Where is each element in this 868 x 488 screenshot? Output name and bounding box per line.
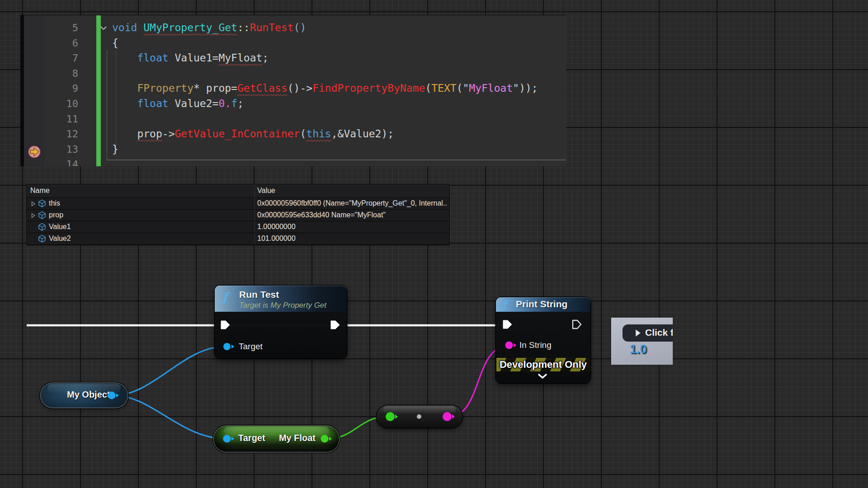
changed-lines-bar (96, 15, 101, 166)
my-object-output-pin[interactable] (108, 391, 120, 399)
line-number: 10 (20, 96, 78, 112)
code-line[interactable] (112, 157, 538, 166)
code-token: )); (519, 82, 538, 94)
code-token: UMyProperty_Get (143, 22, 237, 33)
watch-row[interactable]: this0x000005960fbf0ff0 (Name="MyProperty… (27, 198, 449, 210)
code-token: TEXT (431, 82, 456, 94)
variable-cube-icon (38, 235, 46, 243)
click-for-full-text-button[interactable]: Click fo (623, 324, 673, 342)
line-number-gutter: 567891011121314 (20, 20, 78, 166)
node-subtitle: Target is My Property Get (239, 301, 326, 310)
getter-target-label: Target (238, 433, 265, 443)
conversion-dot-icon (417, 414, 421, 419)
node-run-test[interactable]: ƒ Run Test Target is My Property Get Tar… (215, 286, 347, 358)
code-token: ; (237, 98, 244, 109)
watch-window[interactable]: Name Value this0x000005960fbf0ff0 (Name=… (27, 184, 449, 245)
watch-variable-name: Value1 (49, 223, 71, 231)
code-line[interactable]: { (112, 36, 538, 51)
watch-variable-value: 101.000000 (257, 235, 296, 243)
exec-out-pin[interactable] (330, 319, 341, 330)
watch-row[interactable]: Value11.00000000 (27, 221, 449, 233)
code-line[interactable]: float Value2=0.f; (112, 96, 538, 112)
exec-in-pin[interactable] (502, 319, 513, 330)
code-line[interactable]: prop->GetValue_InContainer(this,&Value2)… (112, 127, 538, 142)
tooltip-button-label: Click fo (645, 327, 673, 338)
code-token: (" (457, 82, 469, 94)
watch-column-name[interactable]: Name (30, 187, 50, 195)
node-print-string[interactable]: ƒ Print String In String Development Onl… (496, 297, 590, 383)
object-wire-to-runtest[interactable] (114, 347, 225, 395)
code-line[interactable]: void UMyProperty_Get::RunTest() (112, 20, 538, 36)
exec-in-pin[interactable] (220, 319, 231, 330)
watch-header-row: Name Value (27, 184, 449, 198)
getter-output-label: My Float (279, 433, 316, 443)
variable-cube-icon (38, 199, 46, 208)
node-title: Run Test (239, 289, 279, 300)
code-token: GetClass (237, 82, 288, 94)
pin-label-target: Target (239, 342, 263, 352)
node-get-my-float[interactable]: Target My Float (214, 426, 339, 452)
code-token: FProperty (137, 82, 193, 94)
pin-label-in-string: In String (519, 340, 552, 350)
function-icon: ƒ (503, 298, 507, 310)
code-token: ,&Value2); (331, 128, 394, 140)
code-editor[interactable]: 567891011121314 void UMyProperty_Get::Ru… (20, 15, 566, 166)
watch-row[interactable]: prop0x00000595e633dd40 Name="MyFloat" (27, 210, 449, 221)
line-number: 13 (20, 142, 78, 157)
variable-cube-icon (38, 211, 46, 220)
node-title: Print String (516, 299, 567, 310)
code-token: ; (262, 52, 269, 64)
code-token: () (294, 22, 307, 33)
code-token: 0. (218, 98, 231, 109)
development-only-label: Development Only (500, 359, 587, 371)
watch-variable-value: 0x00000595e633dd40 Name="MyFloat" (257, 211, 386, 219)
in-string-pin[interactable] (505, 341, 518, 349)
fold-chevron-icon[interactable] (100, 26, 107, 30)
getter-target-pin[interactable] (223, 435, 236, 443)
code-text-area[interactable]: void UMyProperty_Get::RunTest(){ float V… (112, 20, 538, 166)
watch-variable-name: prop (49, 211, 63, 219)
code-token: Value2= (175, 98, 218, 109)
conversion-input-pin[interactable] (385, 412, 399, 422)
line-number: 14 (20, 157, 78, 166)
code-token: FindPropertyByName (312, 82, 425, 94)
object-wire-to-getter[interactable] (114, 395, 226, 439)
code-line[interactable]: float Value1=MyFloat; (112, 51, 538, 66)
expand-arrow-icon[interactable] (31, 201, 36, 206)
debug-value-tooltip: Click fo 1.0 (611, 318, 673, 365)
node-my-object[interactable]: My Object (41, 383, 127, 408)
line-number: 8 (20, 66, 78, 81)
code-token: float (137, 52, 175, 64)
watch-row[interactable]: Value2101.000000 (27, 233, 449, 245)
my-float-output-pin[interactable] (321, 435, 333, 443)
code-token: prop (137, 128, 162, 140)
watch-variable-value: 1.00000000 (257, 223, 296, 231)
exec-out-pin[interactable] (572, 319, 583, 330)
code-line[interactable] (112, 112, 538, 127)
debug-value: 1.0 (616, 343, 661, 357)
code-token (112, 82, 137, 94)
code-token (112, 98, 137, 109)
line-number: 12 (20, 127, 78, 142)
expand-arrow-icon[interactable] (31, 213, 36, 218)
conversion-output-pin[interactable] (442, 412, 456, 422)
code-line[interactable]: FProperty* prop=GetClass()->FindProperty… (112, 81, 538, 96)
code-token: ( (425, 82, 431, 94)
code-line[interactable]: } (112, 142, 538, 157)
watch-column-value[interactable]: Value (257, 187, 275, 195)
target-object-pin[interactable] (223, 343, 236, 351)
function-icon: ƒ (222, 290, 228, 304)
node-float-to-string-conversion[interactable] (377, 405, 462, 428)
code-line[interactable] (112, 66, 538, 81)
line-number: 9 (20, 81, 78, 96)
code-token: Value1= (175, 52, 218, 64)
code-token: " (513, 82, 519, 94)
expand-node-chevron-icon[interactable] (538, 373, 547, 379)
code-token: } (112, 143, 118, 155)
code-token: MyFloat (469, 82, 513, 94)
code-token: ()-> (288, 82, 312, 94)
code-token: * prop= (193, 82, 237, 94)
code-token: { (112, 37, 118, 49)
code-token: :: (237, 22, 250, 33)
line-number: 6 (20, 36, 78, 51)
